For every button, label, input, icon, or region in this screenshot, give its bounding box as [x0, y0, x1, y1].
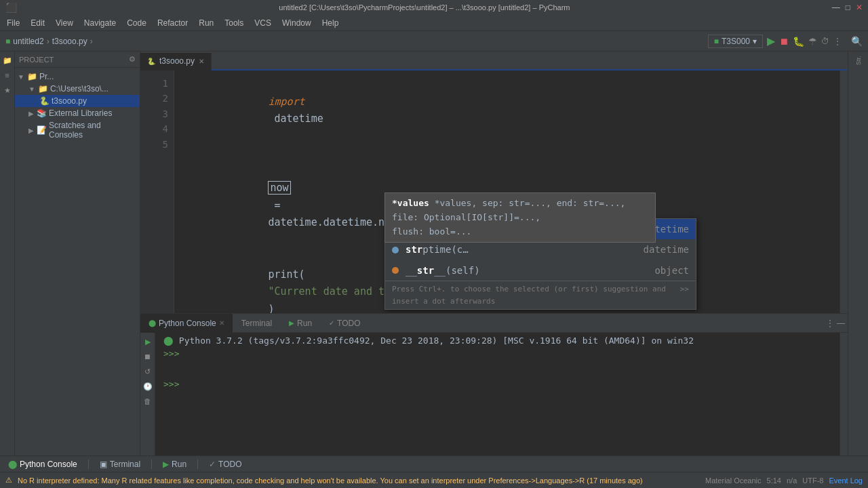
- console-icon: ⬤: [8, 460, 17, 469]
- ac-type-3: object: [654, 263, 689, 278]
- panel-tab-todo[interactable]: ✓ TODO: [321, 314, 369, 333]
- panel-tab-python-console[interactable]: ⬤ Python Console ✕: [140, 314, 233, 333]
- run-button[interactable]: ▶: [767, 35, 775, 47]
- code-lines[interactable]: import datetime now = datetime.datetime.…: [174, 70, 848, 313]
- console-rerun-icon[interactable]: ↺: [142, 365, 154, 378]
- menu-help[interactable]: Help: [318, 17, 343, 29]
- panel-tabs: ⬤ Python Console ✕ Terminal ▶ Run ✓ TODO: [140, 314, 848, 333]
- ac-name-3: __str__(self): [406, 263, 648, 278]
- ext-libs-icon: 📚: [37, 108, 47, 118]
- breadcrumb-project-name[interactable]: untitled2: [13, 37, 43, 46]
- tab-close-button[interactable]: ✕: [199, 58, 204, 65]
- console-clear-icon[interactable]: 🗑: [142, 395, 154, 407]
- run-label: Run: [297, 319, 312, 328]
- menu-navigate[interactable]: Navigate: [80, 17, 120, 29]
- console-run-icon[interactable]: ▶: [142, 336, 154, 348]
- run-config-dropdown[interactable]: ■ T3S000 ▾: [708, 35, 763, 48]
- panel-tab-terminal[interactable]: Terminal: [233, 314, 281, 333]
- coverage-button[interactable]: ☂: [808, 36, 817, 47]
- line-numbers: 1 2 3 4 5: [140, 70, 174, 313]
- autocomplete-popup[interactable]: strftime(s… datetime strptime(c… datetim…: [384, 218, 696, 310]
- todo-icon: ✓: [209, 460, 216, 469]
- scratches-label: Scratches and Consoles: [49, 121, 137, 140]
- encoding-indicator[interactable]: UTF-8: [802, 476, 823, 485]
- console-prompt-icon: ⬤: [163, 336, 174, 346]
- code-editor[interactable]: 1 2 3 4 5 import datetime: [140, 70, 848, 313]
- project-name: Pr...: [39, 72, 54, 81]
- menu-tools[interactable]: Tools: [220, 17, 248, 29]
- console-prompt-1-line: >>>: [163, 348, 831, 359]
- console-version-line: ⬤ Python 3.7.2 (tags/v3.7.2:9a3ffc0492, …: [163, 336, 831, 346]
- ac-item-strptime[interactable]: strptime(c… datetime: [385, 239, 696, 260]
- menu-vcs[interactable]: VCS: [250, 17, 275, 29]
- panel-settings-icon[interactable]: ⋮: [826, 319, 834, 328]
- python-console-label: Python Console: [159, 319, 216, 328]
- favorites-icon[interactable]: ★: [1, 84, 14, 96]
- run-toolbar: ■ untitled2 › t3sooo.py › ■ T3S000 ▾ ▶ ⏹…: [0, 31, 868, 52]
- menu-run[interactable]: Run: [195, 17, 218, 29]
- na-indicator: n/a: [787, 476, 797, 485]
- console-indicator: ⬤: [149, 319, 156, 327]
- position-indicator[interactable]: 5:14: [767, 476, 781, 485]
- menu-window[interactable]: Window: [278, 17, 315, 29]
- right-icon-1[interactable]: Str.: [852, 54, 865, 66]
- statusbar-right: Material Oceanic 5:14 n/a UTF-8 Event Lo…: [705, 476, 863, 485]
- menu-code[interactable]: Code: [123, 17, 151, 29]
- panel-tab-run[interactable]: ▶ Run: [281, 314, 321, 333]
- sidebar-settings-icon[interactable]: ⚙: [129, 55, 136, 64]
- console-scrollbar[interactable]: [840, 333, 848, 455]
- toolbar-run[interactable]: ▶ Run: [159, 458, 191, 470]
- sidebar-header: PROJECT ⚙: [15, 52, 140, 68]
- ac-footer: Press Ctrl+. to choose the selected (or …: [385, 281, 696, 309]
- toolbar-terminal[interactable]: ▣ Terminal: [96, 458, 144, 470]
- breadcrumb-project[interactable]: ■: [5, 37, 10, 46]
- panel-minimize-icon[interactable]: —: [837, 319, 845, 328]
- tree-item-ext-libs[interactable]: ▶ 📚 External Libraries: [15, 107, 140, 119]
- structure-icon[interactable]: ≡: [1, 69, 14, 81]
- console-prompt-2-line: >>>: [163, 379, 831, 389]
- status-warning-text: No R interpreter defined: Many R related…: [18, 476, 643, 485]
- ac-type-2: datetime: [644, 242, 689, 257]
- debug-button[interactable]: 🐛: [793, 36, 804, 47]
- menu-view[interactable]: View: [52, 17, 77, 29]
- line-num-5: 5: [140, 137, 168, 152]
- toolbar-python-console[interactable]: ⬤ Python Console: [4, 458, 81, 470]
- tab-t3sooo[interactable]: 🐍 t3sooo.py ✕: [140, 53, 212, 70]
- close-button[interactable]: ✕: [856, 3, 863, 12]
- python-console-close[interactable]: ✕: [219, 319, 224, 327]
- stop-button[interactable]: ⏹: [779, 36, 789, 47]
- more-tools-button[interactable]: ⋮: [833, 37, 842, 46]
- statusbar: ⚠ No R interpreter defined: Many R relat…: [0, 472, 868, 488]
- project-icon[interactable]: 📁: [1, 54, 14, 66]
- console-output[interactable]: ⬤ Python 3.7.2 (tags/v3.7.2:9a3ffc0492, …: [155, 333, 840, 455]
- tree-item-scratches[interactable]: ▶ 📝 Scratches and Consoles: [15, 119, 140, 141]
- maximize-button[interactable]: □: [846, 3, 850, 12]
- search-button[interactable]: 🔍: [851, 36, 863, 47]
- minimize-button[interactable]: —: [832, 3, 840, 12]
- tree-item-project[interactable]: ▼ 📁 Pr...: [15, 70, 140, 83]
- breadcrumb-file[interactable]: t3sooo.py: [52, 37, 87, 46]
- tree-item-root[interactable]: ▼ 📁 C:\Users\t3so\...: [15, 83, 140, 95]
- bottom-toolbar: ⬤ Python Console ▣ Terminal ▶ Run ✓ TODO: [0, 455, 868, 472]
- scratches-icon: 📝: [37, 125, 47, 135]
- breadcrumb-sep2: ›: [90, 37, 93, 46]
- tab-file-icon: 🐍: [147, 58, 155, 65]
- ac-item-strftime[interactable]: strftime(s… datetime: [385, 219, 696, 239]
- project-label: PROJECT: [19, 56, 54, 64]
- menu-refactor[interactable]: Refactor: [153, 17, 192, 29]
- editor-tabs: 🐍 t3sooo.py ✕: [140, 52, 848, 70]
- event-log-link[interactable]: Event Log: [829, 476, 863, 485]
- breadcrumb-sep1: ›: [47, 37, 50, 46]
- vertical-scrollbar[interactable]: [840, 70, 848, 313]
- console-stop-icon[interactable]: ⏹: [142, 350, 154, 363]
- toolbar-todo[interactable]: ✓ TODO: [205, 458, 245, 470]
- ac-item-str[interactable]: __str__(self) object: [385, 260, 696, 281]
- tree-item-t3sooo[interactable]: 🐍 t3sooo.py: [15, 95, 140, 107]
- terminal-icon: ▣: [100, 460, 107, 469]
- profile-button[interactable]: ⏱: [821, 37, 829, 46]
- console-spacer: [163, 359, 831, 379]
- menu-edit[interactable]: Edit: [26, 17, 49, 29]
- menu-file[interactable]: File: [3, 17, 24, 29]
- theme-name[interactable]: Material Oceanic: [705, 476, 762, 485]
- console-history-icon[interactable]: 🕐: [142, 380, 154, 392]
